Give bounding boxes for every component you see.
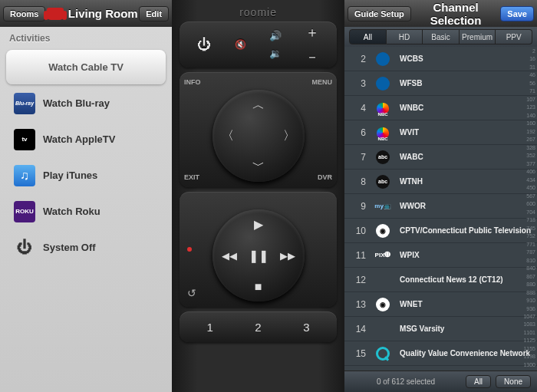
index-tick[interactable]: 406 xyxy=(519,169,535,176)
filter-hd[interactable]: HD xyxy=(387,29,423,44)
channel-row[interactable]: 15Quality Value Convenience Network xyxy=(344,341,537,366)
filter-ppv[interactable]: PPV xyxy=(496,29,532,44)
filter-basic[interactable]: Basic xyxy=(423,29,460,44)
index-strip[interactable]: 2163146567110712314016019226732835237740… xyxy=(519,48,535,369)
index-tick[interactable]: 745 xyxy=(519,226,535,232)
rooms-button[interactable]: Rooms xyxy=(3,6,45,21)
save-button[interactable]: Save xyxy=(500,6,534,21)
volume-down-icon[interactable]: 🔉 xyxy=(269,48,282,59)
index-tick[interactable]: 267 xyxy=(519,137,535,143)
info-button[interactable]: INFO xyxy=(184,78,201,86)
index-tick[interactable]: 567 xyxy=(519,193,535,200)
num-1[interactable]: 1 xyxy=(206,321,212,334)
index-tick[interactable]: 752 xyxy=(519,233,535,240)
channel-row[interactable]: 7abcWABC xyxy=(344,145,537,170)
activity-watch-cable-tv[interactable]: Watch Cable TV xyxy=(6,50,166,84)
channel-row[interactable]: 11PIX⓫WPIX xyxy=(344,243,537,268)
play-icon[interactable]: ▶ xyxy=(254,217,263,232)
menu-button[interactable]: MENU xyxy=(312,78,333,86)
channel-row[interactable]: 6NBCWVIT xyxy=(344,120,537,145)
stop-icon[interactable]: ■ xyxy=(255,280,262,294)
right-arrow-icon[interactable]: 〉 xyxy=(283,128,295,144)
activity-play-itunes[interactable]: Play iTunes xyxy=(6,158,166,193)
index-tick[interactable]: 1083 xyxy=(519,321,535,328)
channel-row[interactable]: 8abcWTNH xyxy=(344,170,537,194)
down-arrow-icon[interactable]: ﹀ xyxy=(252,158,265,174)
index-tick[interactable]: 16 xyxy=(519,56,535,63)
index-tick[interactable]: 160 xyxy=(519,120,535,127)
index-tick[interactable]: 704 xyxy=(519,209,535,216)
filter-all[interactable]: All xyxy=(349,29,387,44)
index-tick[interactable]: 434 xyxy=(519,177,535,184)
pause-icon[interactable]: ❚❚ xyxy=(249,249,268,263)
activity-watch-roku[interactable]: ROKUWatch Roku xyxy=(6,194,166,229)
activity-watch-appletv[interactable]: tvWatch AppleTV xyxy=(6,122,166,156)
index-tick[interactable]: 450 xyxy=(519,185,535,192)
channel-row[interactable]: 2WCBS xyxy=(344,47,537,71)
exit-button[interactable]: EXIT xyxy=(184,173,199,181)
fastforward-icon[interactable]: ▶▶ xyxy=(280,250,295,262)
index-tick[interactable]: 1155 xyxy=(519,346,535,353)
channel-row[interactable]: 14MSG Varsity xyxy=(344,317,537,341)
minus-icon[interactable]: － xyxy=(305,48,319,66)
plus-icon[interactable]: ＋ xyxy=(305,23,319,41)
left-arrow-icon[interactable]: 〈 xyxy=(222,128,234,144)
index-tick[interactable]: 352 xyxy=(519,153,535,160)
index-tick[interactable]: 140 xyxy=(519,113,535,120)
channel-row[interactable]: 3WFSB xyxy=(344,71,537,96)
replay-icon[interactable]: ↺ xyxy=(187,287,196,299)
index-tick[interactable]: 1198 xyxy=(519,354,535,361)
activity-system-off[interactable]: System Off xyxy=(6,230,166,265)
activity-watch-blu-ray[interactable]: Blu-rayWatch Blu-ray xyxy=(6,86,166,120)
channel-list[interactable]: 2WCBS3WFSB4NBCWNBC6NBCWVIT7abcWABC8abcWT… xyxy=(344,47,537,371)
edit-button[interactable]: Edit xyxy=(139,6,169,21)
index-tick[interactable]: 2 xyxy=(519,48,535,55)
index-tick[interactable]: 600 xyxy=(519,201,535,208)
channel-row[interactable]: 9my📺WWOR xyxy=(344,194,537,219)
dvr-button[interactable]: DVR xyxy=(318,173,332,181)
num-3[interactable]: 3 xyxy=(303,321,309,334)
volume-up-icon[interactable]: 🔊 xyxy=(269,30,282,41)
channel-row[interactable]: 10◉CPTV/Connecticut Public Television xyxy=(344,219,537,243)
index-tick[interactable]: 1101 xyxy=(519,330,535,337)
left-header: Rooms Living Room Edit xyxy=(0,0,172,27)
index-tick[interactable]: 880 xyxy=(519,282,535,288)
index-tick[interactable]: 377 xyxy=(519,161,535,168)
index-tick[interactable]: 771 xyxy=(519,242,535,249)
index-tick[interactable]: 936 xyxy=(519,306,535,313)
index-tick[interactable]: 46 xyxy=(519,72,535,79)
channel-row[interactable]: 13◉WNET xyxy=(344,292,537,317)
num-2[interactable]: 2 xyxy=(255,321,261,334)
select-all-button[interactable]: All xyxy=(466,375,491,388)
index-tick[interactable]: 718 xyxy=(519,217,535,224)
guide-setup-button[interactable]: Guide Setup xyxy=(348,6,411,21)
record-icon[interactable] xyxy=(187,247,192,252)
index-tick[interactable]: 787 xyxy=(519,249,535,256)
channel-row[interactable]: 12Connecticut News 12 (CT12) xyxy=(344,268,537,292)
index-tick[interactable]: 71 xyxy=(519,88,535,95)
power-icon[interactable]: ⏻ xyxy=(197,37,211,53)
index-tick[interactable]: 1300 xyxy=(519,362,535,369)
index-tick[interactable]: 1125 xyxy=(519,338,535,344)
index-tick[interactable]: 840 xyxy=(519,265,535,272)
abc-logo-icon: abc xyxy=(374,174,392,189)
index-tick[interactable]: 810 xyxy=(519,258,535,265)
mute-icon[interactable]: 🔇 xyxy=(235,39,246,50)
index-tick[interactable]: 888 xyxy=(519,290,535,297)
index-tick[interactable]: 867 xyxy=(519,274,535,281)
index-tick[interactable]: 192 xyxy=(519,129,535,136)
roku-icon: ROKU xyxy=(14,201,35,222)
select-none-button[interactable]: None xyxy=(496,375,531,388)
index-tick[interactable]: 56 xyxy=(519,81,535,87)
index-tick[interactable]: 910 xyxy=(519,298,535,305)
up-arrow-icon[interactable]: ︿ xyxy=(252,97,265,114)
index-tick[interactable]: 31 xyxy=(519,64,535,71)
index-tick[interactable]: 107 xyxy=(519,97,535,104)
filter-premium[interactable]: Premium xyxy=(460,29,496,44)
channel-row[interactable]: 4NBCWNBC xyxy=(344,96,537,120)
channel-number: 2 xyxy=(351,54,366,64)
index-tick[interactable]: 1047 xyxy=(519,314,535,321)
index-tick[interactable]: 123 xyxy=(519,104,535,111)
index-tick[interactable]: 328 xyxy=(519,145,535,152)
rewind-icon[interactable]: ◀◀ xyxy=(222,250,237,262)
